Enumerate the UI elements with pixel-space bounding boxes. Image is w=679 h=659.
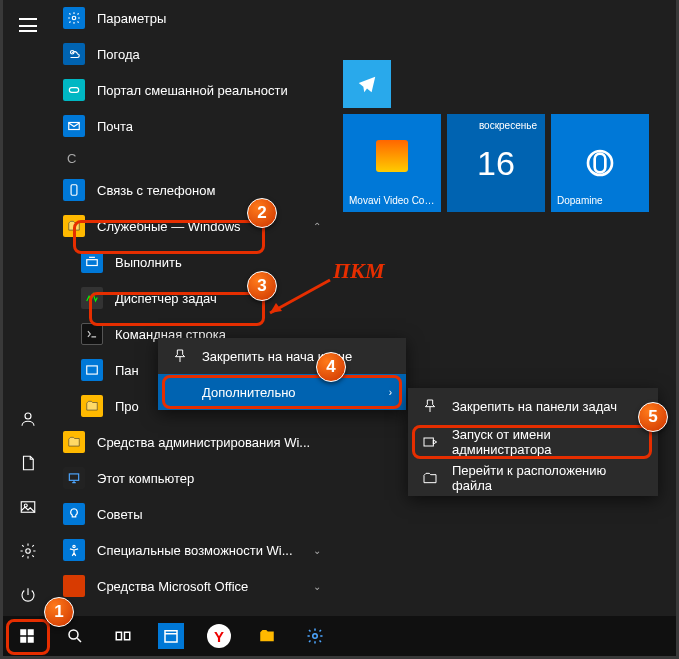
app-settings[interactable]: Параметры	[53, 0, 333, 36]
app-label: Выполнить	[115, 255, 182, 270]
app-run[interactable]: Выполнить	[53, 244, 333, 280]
tile-day-name: воскресенье	[479, 120, 537, 131]
tiles-panel: Movavi Video Converter... воскресенье 16…	[333, 0, 676, 617]
ctx-label: Запуск от имени администратора	[452, 427, 644, 457]
letter-header[interactable]: С	[53, 144, 333, 172]
ctx-run-as-admin[interactable]: Запуск от имени администратора	[408, 424, 658, 460]
app-weather[interactable]: Погода	[53, 36, 333, 72]
ctx-open-location[interactable]: Перейти к расположению файла	[408, 460, 658, 496]
documents-icon[interactable]	[3, 441, 53, 485]
app-list: Параметры Погода Портал смешанной реальн…	[53, 0, 333, 617]
app-this-pc[interactable]: Этот компьютер	[53, 460, 333, 496]
app-label: Портал смешанной реальности	[97, 83, 288, 98]
tb-yandex[interactable]: Y	[195, 616, 243, 656]
app-windows-system[interactable]: Служебные — Windows⌃	[53, 208, 333, 244]
svg-rect-6	[69, 88, 78, 93]
annotation-pkm: ПКМ	[333, 258, 385, 284]
svg-rect-15	[20, 629, 26, 635]
settings-icon[interactable]	[3, 529, 53, 573]
svg-rect-21	[125, 632, 130, 640]
app-label: Служебные — Windows	[97, 219, 241, 234]
ctx-label: Закрепить на панели задач	[452, 399, 617, 414]
tile-movavi[interactable]: Movavi Video Converter...	[343, 114, 441, 212]
svg-rect-10	[87, 366, 98, 374]
context-menu-1: Закрепить на нача кране Дополнительно ›	[158, 338, 406, 410]
svg-rect-17	[20, 637, 26, 643]
badge-5: 5	[638, 402, 668, 432]
svg-point-23	[313, 634, 318, 639]
svg-rect-9	[87, 260, 98, 266]
ctx-more[interactable]: Дополнительно ›	[158, 374, 406, 410]
app-admin-tools[interactable]: Средства администрирования Wi...	[53, 424, 333, 460]
rail	[3, 0, 53, 617]
badge-1: 1	[44, 597, 74, 627]
app-accessibility[interactable]: Специальные возможности Wi...⌄	[53, 532, 333, 568]
app-office-tools[interactable]: Средства Microsoft Office⌄	[53, 568, 333, 604]
svg-rect-18	[28, 637, 34, 643]
ctx-pin-taskbar[interactable]: Закрепить на панели задач	[408, 388, 658, 424]
svg-rect-11	[69, 474, 78, 480]
svg-point-19	[69, 630, 78, 639]
app-label: Этот компьютер	[97, 471, 194, 486]
tile-telegram[interactable]	[343, 60, 391, 108]
tile-calendar[interactable]: воскресенье 16	[447, 114, 545, 212]
tile-dopamine[interactable]: Dopamine	[551, 114, 649, 212]
context-menu-2: Закрепить на панели задач Запуск от имен…	[408, 388, 658, 496]
app-label: Средства Microsoft Office	[97, 579, 248, 594]
chevron-down-icon: ⌄	[313, 545, 321, 556]
badge-2: 2	[247, 198, 277, 228]
tb-calendar[interactable]	[147, 616, 195, 656]
user-icon[interactable]	[3, 397, 53, 441]
app-label: Диспетчер задач	[115, 291, 217, 306]
start-button[interactable]	[3, 616, 51, 656]
chevron-up-icon: ⌃	[313, 221, 321, 232]
svg-rect-22	[165, 631, 177, 642]
svg-rect-20	[116, 632, 121, 640]
svg-point-0	[25, 413, 31, 419]
app-mail[interactable]: Почта	[53, 108, 333, 144]
chevron-down-icon: ⌄	[313, 581, 321, 592]
app-label: Про	[115, 399, 139, 414]
tile-day-number: 16	[477, 144, 515, 183]
pictures-icon[interactable]	[3, 485, 53, 529]
app-label: Средства администрирования Wi...	[97, 435, 310, 450]
svg-point-4	[72, 16, 76, 20]
tile-label: Dopamine	[557, 195, 643, 206]
app-task-manager[interactable]: Диспетчер задач	[53, 280, 333, 316]
taskbar: Y	[3, 616, 676, 656]
ctx-label: Перейти к расположению файла	[452, 463, 644, 493]
app-label: Связь с телефоном	[97, 183, 215, 198]
svg-point-3	[26, 549, 31, 554]
ctx-pin-start[interactable]: Закрепить на нача кране	[158, 338, 406, 374]
app-label: Специальные возможности Wi...	[97, 543, 293, 558]
badge-3: 3	[247, 271, 277, 301]
tb-settings[interactable]	[291, 616, 339, 656]
app-tips[interactable]: Советы	[53, 496, 333, 532]
task-view-button[interactable]	[99, 616, 147, 656]
svg-rect-14	[424, 438, 433, 446]
tile-label: Movavi Video Converter...	[349, 195, 435, 206]
badge-4: 4	[316, 352, 346, 382]
start-menu: Параметры Погода Портал смешанной реальн…	[3, 0, 676, 617]
app-label: Параметры	[97, 11, 166, 26]
app-label: Погода	[97, 47, 140, 62]
app-label: Почта	[97, 119, 133, 134]
tb-explorer[interactable]	[243, 616, 291, 656]
svg-rect-8	[71, 185, 77, 196]
app-label: Советы	[97, 507, 142, 522]
svg-rect-16	[28, 629, 34, 635]
hamburger-icon[interactable]	[19, 18, 37, 32]
svg-point-12	[73, 545, 75, 547]
chevron-right-icon: ›	[389, 387, 392, 398]
app-mixed-reality[interactable]: Портал смешанной реальности	[53, 72, 333, 108]
ctx-label: Дополнительно	[202, 385, 296, 400]
app-label: Пан	[115, 363, 139, 378]
app-phone-link[interactable]: Связь с телефоном	[53, 172, 333, 208]
